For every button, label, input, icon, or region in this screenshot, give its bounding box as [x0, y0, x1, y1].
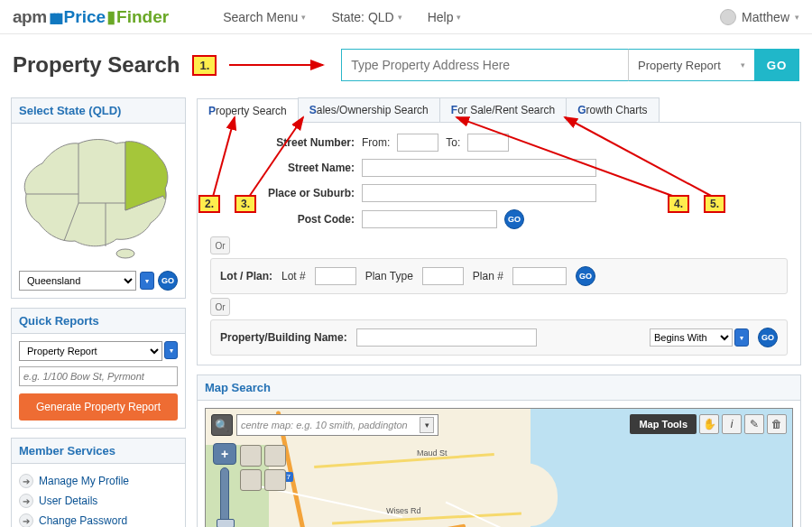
brand-logo: apm▮▮▮ Price▮Finder	[13, 6, 169, 27]
chevron-down-icon: ▾	[741, 60, 745, 69]
layer-button[interactable]	[240, 469, 262, 491]
chevron-down-icon: ▾	[398, 13, 402, 22]
zoom-control: + −	[213, 443, 236, 527]
quick-report-select[interactable]: Property Report	[19, 341, 162, 361]
panel-select-state: Select State (QLD) Queensland ▾ GO	[11, 97, 186, 299]
svg-point-1	[116, 249, 134, 258]
search-form: Street Number: From: To: Street Name: Pl…	[197, 122, 801, 365]
label-lot-plan: Lot / Plan:	[220, 270, 272, 282]
arrow-right-icon: ➔	[19, 474, 33, 488]
panel-header: Select State (QLD)	[12, 98, 185, 124]
select-caret-icon: ▾	[734, 328, 749, 347]
layer-button[interactable]	[264, 445, 286, 467]
member-link-details[interactable]: ➔User Details	[19, 491, 178, 511]
label-street-name: Street Name:	[210, 162, 355, 174]
quick-report-address-input[interactable]	[19, 366, 178, 386]
pan-tool-button[interactable]: ✋	[699, 414, 719, 434]
street-number-to-input[interactable]	[467, 134, 509, 152]
chevron-down-icon: ▾	[301, 13, 306, 22]
road-label: Wises Rd	[386, 506, 421, 515]
page-title: Property Search	[13, 52, 180, 78]
select-caret-icon: ▾	[140, 272, 154, 290]
state-select[interactable]: Queensland	[19, 271, 136, 291]
place-suburb-input[interactable]	[362, 184, 596, 202]
menu-help[interactable]: Help▾	[428, 10, 462, 24]
chevron-down-icon: ▾	[457, 13, 461, 22]
building-name-input[interactable]	[356, 328, 537, 347]
chevron-down-icon: ▾	[420, 417, 434, 433]
select-caret-icon: ▾	[164, 341, 178, 359]
or-divider: Or	[210, 236, 230, 254]
label-building-name: Property/Building Name:	[220, 331, 347, 344]
match-type-select[interactable]: Begins With	[650, 328, 733, 347]
street-name-input[interactable]	[362, 159, 596, 177]
post-code-input[interactable]	[362, 210, 497, 228]
panel-map-search: Map Search 17 17	[197, 374, 801, 527]
street-number-from-input[interactable]	[397, 134, 438, 152]
or-divider: Or	[210, 298, 230, 316]
state-go-button[interactable]: GO	[158, 271, 178, 291]
zoom-handle[interactable]	[217, 519, 235, 527]
draw-tool-button[interactable]: ✎	[744, 414, 764, 434]
arrow-right-icon: ➔	[19, 494, 33, 508]
tab-growth-charts[interactable]: Growth Charts	[566, 97, 659, 122]
layer-button[interactable]	[240, 445, 262, 467]
annotation-5: 5.	[704, 195, 725, 213]
plan-type-input[interactable]	[422, 267, 464, 285]
menu-state[interactable]: State: QLD▾	[331, 10, 401, 24]
hero-row: Property Search 1. Property Report▾ GO	[0, 34, 812, 97]
building-go-button[interactable]: GO	[758, 328, 778, 347]
go-button[interactable]: GO	[754, 49, 799, 81]
panel-member-services: Member Services ➔Manage My Profile ➔User…	[11, 438, 186, 527]
panel-header: Member Services	[12, 439, 185, 464]
tab-sales-ownership[interactable]: Sales/Ownership Search	[298, 97, 440, 122]
annotation-4: 4.	[668, 195, 689, 213]
address-input[interactable]	[341, 49, 628, 81]
user-menu[interactable]: Matthew ▾	[720, 9, 799, 25]
delete-tool-button[interactable]: 🗑	[767, 414, 787, 434]
annotation-1: 1.	[192, 55, 217, 76]
member-link-profile[interactable]: ➔Manage My Profile	[19, 471, 178, 491]
postcode-go-button[interactable]: GO	[504, 209, 524, 229]
map-centre-input[interactable]: centre map: e.g. 10 smith, paddington ▾	[236, 414, 438, 436]
top-bar: apm▮▮▮ Price▮Finder Search Menu▾ State: …	[0, 0, 812, 34]
map-canvas[interactable]: 17 17 Maud St Wises Rd Buderim Ave ll Ri…	[205, 408, 793, 527]
lot-number-input[interactable]	[315, 267, 356, 285]
layer-button[interactable]	[264, 469, 286, 491]
report-type-select[interactable]: Property Report▾	[628, 49, 754, 81]
panel-header: Quick Reports	[12, 309, 185, 334]
annotation-arrow-1	[229, 56, 328, 74]
tab-for-sale-rent[interactable]: For Sale/Rent Search	[439, 97, 567, 122]
road-label: Maud St	[417, 448, 448, 458]
chevron-down-icon: ▾	[795, 13, 799, 22]
map-tools-label: Map Tools	[630, 414, 697, 434]
annotation-2: 2.	[198, 195, 220, 213]
australia-map[interactable]	[19, 133, 172, 259]
menu-search[interactable]: Search Menu▾	[223, 10, 306, 24]
label-place-suburb: Place or Suburb:	[210, 187, 355, 199]
zoom-slider[interactable]	[220, 467, 229, 527]
lotplan-go-button[interactable]: GO	[576, 266, 595, 286]
map-search-icon[interactable]: 🔍	[211, 414, 233, 436]
plan-number-input[interactable]	[512, 267, 567, 285]
tab-property-search[interactable]: Property Search	[197, 98, 299, 123]
label-street-number: Street Number:	[210, 136, 355, 149]
label-post-code: Post Code:	[210, 213, 355, 226]
member-link-password[interactable]: ➔Change Password	[19, 511, 178, 527]
info-tool-button[interactable]: i	[722, 414, 742, 434]
annotation-3: 3.	[235, 195, 256, 213]
arrow-right-icon: ➔	[19, 513, 33, 527]
zoom-in-button[interactable]: +	[213, 443, 236, 465]
panel-header: Map Search	[198, 375, 800, 401]
panel-quick-reports: Quick Reports Property Report ▾ Generate…	[11, 308, 186, 429]
generate-report-button[interactable]: Generate Property Report	[19, 393, 178, 421]
avatar-icon	[720, 9, 736, 25]
